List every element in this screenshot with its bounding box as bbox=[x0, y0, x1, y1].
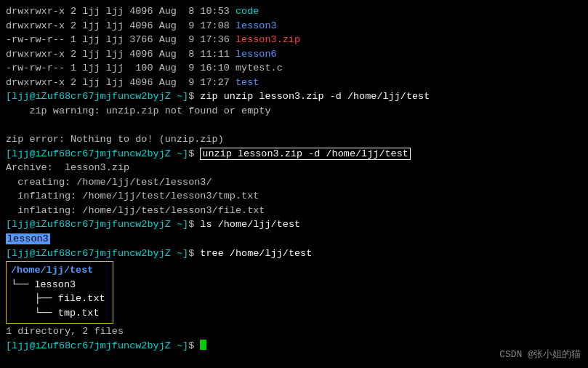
line-final-prompt: [ljj@iZuf68cr67jmjfuncw2byjZ ~]$ bbox=[6, 339, 582, 353]
line-2: drwxrwxr-x 2 ljj ljj 4096 Aug 9 17:08 le… bbox=[6, 19, 582, 33]
line-15: inflating: /home/ljj/test/lesson3/file.t… bbox=[6, 204, 582, 218]
line-9 bbox=[6, 119, 582, 133]
line-13: creating: /home/ljj/test/lesson3/ bbox=[6, 175, 582, 190]
line-11: [ljj@iZuf68cr67jmjfuncw2byjZ ~]$ unzip l… bbox=[6, 147, 582, 161]
line-16: [ljj@iZuf68cr67jmjfuncw2byjZ ~]$ ls /hom… bbox=[6, 217, 582, 232]
line-4: drwxrwxr-x 2 ljj ljj 4096 Aug 8 11:11 le… bbox=[6, 47, 582, 62]
line-10: zip error: Nothing to do! (unzip.zip) bbox=[6, 132, 582, 147]
line-12: Archive: lesson3.zip bbox=[6, 161, 582, 175]
line-8: zip warning: unzip.zip not found or empt… bbox=[6, 104, 582, 119]
tree-branch-3: └── tmp.txt bbox=[11, 306, 105, 321]
tree-root: /home/ljj/test bbox=[11, 263, 105, 278]
tree-branch-1: └── lesson3 bbox=[11, 278, 105, 292]
line-6: drwxrwxr-x 2 ljj ljj 4096 Aug 9 17:27 te… bbox=[6, 76, 582, 90]
line-7: [ljj@iZuf68cr67jmjfuncw2byjZ ~]$ zip unz… bbox=[6, 89, 582, 104]
line-18: [ljj@iZuf68cr67jmjfuncw2byjZ ~]$ tree /h… bbox=[6, 247, 582, 261]
terminal: drwxrwxr-x 2 ljj ljj 4096 Aug 8 10:53 co… bbox=[0, 0, 588, 368]
line-1: drwxrwxr-x 2 ljj ljj 4096 Aug 8 10:53 co… bbox=[6, 4, 582, 19]
tree-branch-2: ├── file.txt bbox=[11, 292, 105, 306]
line-5: -rw-rw-r-- 1 ljj ljj 100 Aug 9 16:10 myt… bbox=[6, 61, 582, 76]
line-14: inflating: /home/ljj/test/lesson3/tmp.tx… bbox=[6, 189, 582, 204]
line-3: -rw-rw-r-- 1 ljj ljj 3766 Aug 9 17:36 le… bbox=[6, 33, 582, 47]
watermark: CSDN @张小姐的猫 bbox=[499, 348, 581, 362]
line-17: lesson3 bbox=[6, 232, 582, 247]
line-summary: 1 directory, 2 files bbox=[6, 324, 582, 339]
tree-output-box: /home/ljj/test └── lesson3 ├── file.txt … bbox=[6, 261, 113, 324]
